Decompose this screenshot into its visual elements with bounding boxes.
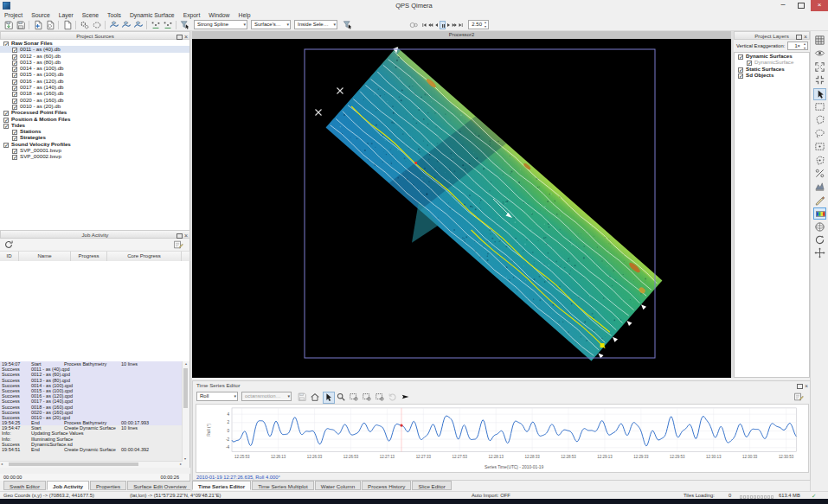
tab-time-series-multiplot[interactable]: Time Series Multiplot [252, 481, 314, 490]
source-item[interactable]: ✓Position & Motion Files [0, 116, 189, 122]
tab-water-column[interactable]: Water Column [315, 481, 361, 490]
play-position-icon[interactable] [401, 392, 411, 402]
tab-properties[interactable]: Properties [90, 481, 126, 490]
source-item[interactable]: ✓0018 - as (160).db [0, 90, 189, 96]
layer-item[interactable]: ✓DynamicSurface [735, 59, 809, 65]
layer-item[interactable]: ✓Dynamic Surfaces [735, 53, 809, 59]
source-item[interactable]: ✓0010 - as (20).db [0, 103, 189, 109]
menu-tools[interactable]: Tools [103, 11, 125, 19]
menu-layer[interactable]: Layer [55, 11, 78, 19]
series-combo[interactable]: Roll ▾ [196, 392, 238, 401]
spline-filter-combo[interactable]: Strong Spline ▾ [194, 20, 247, 29]
files-scope-combo[interactable]: Surface's Files ▾ [251, 20, 291, 29]
column-header[interactable]: Progress [71, 252, 107, 261]
playback-speed-spinner[interactable]: 2.50 ▴▾ [468, 20, 489, 29]
create-dynamic-surface-icon[interactable] [109, 20, 119, 30]
minimize-button[interactable]: – [774, 0, 792, 11]
zoom-extents-icon[interactable] [813, 61, 826, 73]
roll-time-series-chart[interactable]: 12:25:5312:26:1312:26:3312:26:5312:27:13… [196, 404, 809, 473]
profile-view-icon[interactable] [813, 181, 826, 193]
chart-report-icon[interactable] [793, 392, 804, 402]
grid-icon[interactable] [813, 35, 826, 47]
source-item[interactable]: ✓0014 - as (100).db [0, 65, 189, 71]
import-raw-sonar-icon[interactable] [3, 20, 14, 30]
tab-swath-editor[interactable]: Swath Editor [3, 481, 46, 490]
source-item[interactable]: ✓0013 - as (80).db [0, 59, 189, 65]
zoom-y-icon[interactable] [362, 392, 372, 402]
job-activity-table[interactable] [0, 261, 190, 361]
rect-edit-icon[interactable] [813, 141, 826, 153]
pause-button[interactable] [440, 21, 446, 29]
source-item[interactable]: ✓Strategies [0, 134, 189, 140]
add-source-file-icon[interactable] [62, 20, 73, 30]
fast-forward-button[interactable] [452, 21, 458, 29]
column-header[interactable]: ID [0, 252, 19, 261]
filter-points-icon[interactable] [163, 20, 173, 30]
close-button[interactable]: × [811, 0, 828, 11]
source-item[interactable]: ✓Sound Velocity Profiles [0, 141, 189, 147]
export-surface-icon[interactable] [133, 20, 144, 30]
os-taskbar[interactable] [0, 499, 828, 504]
source-item[interactable]: ✓0016 - as (120).db [0, 78, 189, 84]
edit-points-icon[interactable] [151, 20, 161, 30]
source-item[interactable]: ✓Stations [0, 128, 189, 134]
log-report-icon[interactable] [173, 239, 183, 250]
update-dynamic-surface-icon[interactable] [121, 20, 132, 30]
checkbox[interactable]: ✓ [12, 155, 17, 160]
measure-icon[interactable] [813, 195, 826, 207]
zoom-box-icon[interactable] [375, 392, 385, 402]
source-item[interactable]: ✓Processed Point Files [0, 109, 189, 115]
auto-processing-icon[interactable] [92, 20, 102, 30]
menu-dynamic-surface[interactable]: Dynamic Surface [125, 11, 179, 19]
slope-filter-icon[interactable] [813, 168, 826, 180]
job-activity-log[interactable]: 19:54:07StartProcess Bathymetry10 linesS… [0, 361, 190, 468]
selection-scope-combo[interactable]: Inside Selection ▾ [294, 20, 337, 29]
add-processed-file-icon[interactable] [45, 20, 55, 30]
menu-window[interactable]: Window [204, 11, 234, 19]
rect-select-icon[interactable] [813, 101, 826, 113]
home-icon[interactable] [310, 392, 320, 402]
tab-time-series-editor[interactable]: Time Series Editor [192, 481, 251, 490]
sensor-combo[interactable]: octansmotionsens ▾ [241, 392, 292, 401]
spinner-arrows-icon[interactable]: ▴▾ [802, 42, 807, 50]
source-item[interactable]: ✓0012 - as (60).db [0, 53, 189, 59]
log-row[interactable]: 19:54:51EndCreate Dynamic Surface00:00:0… [0, 447, 189, 452]
skip-end-button[interactable] [458, 21, 464, 29]
menu-source[interactable]: Source [27, 11, 55, 19]
zoom-window-icon[interactable] [813, 74, 826, 86]
refresh-icon[interactable] [3, 239, 14, 250]
processing-settings-icon[interactable] [80, 20, 90, 30]
cursor-select-icon[interactable] [813, 88, 826, 100]
scrollbar-thumb[interactable] [183, 368, 188, 408]
layer-item[interactable]: ✓Static Surfaces [735, 66, 809, 72]
column-header[interactable]: Core Progress [107, 252, 182, 261]
scrollbar-thumb[interactable] [9, 463, 138, 466]
rotate-view-icon[interactable] [813, 234, 826, 246]
source-item[interactable]: ✓Tides [0, 122, 189, 128]
play-button[interactable] [446, 21, 452, 29]
zoom-icon[interactable] [336, 392, 346, 402]
source-item[interactable]: ✓0017 - as (140).db [0, 84, 189, 90]
save-icon[interactable] [297, 392, 307, 402]
tab-surface-edit-overview[interactable]: Surface Edit Overview [127, 481, 192, 490]
source-item[interactable]: ✓SVP_00002.bsvp [0, 153, 189, 159]
checkbox[interactable]: ✓ [738, 73, 743, 79]
source-item[interactable]: ✓0015 - as (100).db [0, 71, 189, 77]
log-horizontal-scrollbar[interactable]: ◂ ▸ [0, 461, 183, 468]
close-panel-icon[interactable]: × [805, 384, 808, 389]
sphere-view-icon[interactable] [813, 221, 826, 233]
tab-job-activity[interactable]: Job Activity [47, 481, 89, 490]
record-icon[interactable] [408, 20, 419, 30]
log-vertical-scrollbar[interactable]: ▴ ▾ [182, 361, 189, 468]
step-back-button[interactable] [433, 21, 440, 29]
colormap-icon[interactable] [813, 207, 826, 220]
source-item[interactable]: ✓0020 - as (160).db [0, 97, 189, 103]
column-header[interactable]: Name [19, 252, 71, 261]
layer-item[interactable]: ✓Sd Objects [735, 72, 809, 78]
vertical-exaggeration-spinner[interactable]: 1× ▴▾ [787, 41, 808, 50]
cursor-icon[interactable] [323, 392, 335, 404]
spinner-arrows-icon[interactable]: ▴▾ [483, 21, 488, 29]
float-panel-icon[interactable] [797, 384, 803, 389]
lasso-select-icon[interactable] [813, 128, 826, 140]
source-item[interactable]: ✓SVP_00001.bsvp [0, 147, 189, 153]
